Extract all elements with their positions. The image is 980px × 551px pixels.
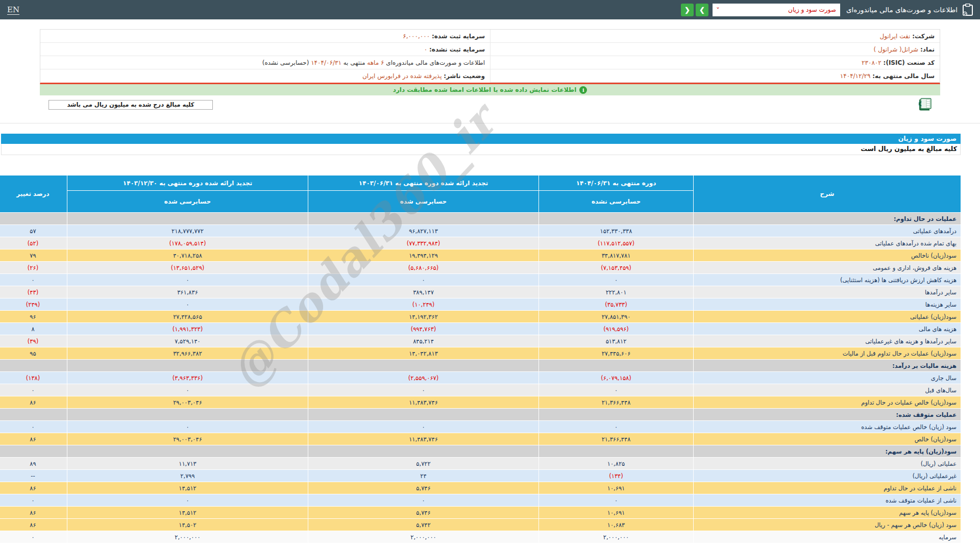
section-row: سود(زیان) پایه هر سهم: — [1, 445, 961, 457]
value-restated-period-1: ۹۶,۸۲۷,۱۱۳ — [308, 225, 538, 237]
table-body: عملیات در حال تداوم:درآمدهای عملیاتی۱۵۲,… — [1, 213, 961, 543]
header-audit-state-2: حسابرسی شده — [308, 191, 538, 212]
clipboard-report-icon — [963, 4, 973, 16]
statement-title-bar: صورت سود و زیان — [1, 134, 961, 144]
table-row: سال جاری(۶,۰۷۹,۱۵۸)(۲,۵۵۹,۰۶۷)(۳,۹۶۳,۳۳۶… — [1, 372, 961, 384]
row-label: درآمدهای عملیاتی — [694, 225, 961, 237]
value-current-period: (۹۱۹,۵۹۶) — [539, 323, 693, 335]
period-audit-state: (حسابرسی نشده) — [262, 59, 309, 66]
value-change-percent — [0, 409, 67, 420]
header-period-current: دوره منتهی به ۱۴۰۴/۰۶/۳۱ — [539, 176, 693, 190]
company-name-value: نفت ایرانول — [880, 33, 911, 40]
unregistered-capital-row: سرمایه ثبت نشده: ۰ — [40, 43, 490, 56]
row-label: سایر درآمدها — [694, 286, 961, 298]
value-change-percent: ۰ — [0, 384, 67, 396]
row-label: سایر هزینه‌ها — [694, 298, 961, 310]
value-change-percent: ۵۷ — [0, 225, 67, 237]
row-label: عملیاتی (ریال) — [694, 458, 961, 469]
row-label: سود (زیان) خالص هر سهم - ریال — [694, 519, 961, 531]
value-restated-period-1: ۱۴,۱۹۲,۳۶۲ — [308, 311, 538, 322]
value-restated-period-2: ۰ — [67, 494, 308, 506]
value-restated-period-2: ۲,۷۹۹ — [67, 470, 308, 482]
header-audit-state-3: حسابرسی شده — [67, 191, 308, 212]
value-change-percent: ۷۹ — [0, 249, 67, 261]
registered-capital-value: ۶,۰۰۰,۰۰۰ — [403, 33, 430, 40]
issuer-status-label: وضعیت ناشر: — [444, 72, 485, 80]
value-restated-period-1: (۹۹۴,۷۶۳) — [308, 323, 538, 335]
value-restated-period-1: ۰ — [308, 421, 538, 433]
table-row: سایر هزینه‌ها(۳۵,۷۳۳)(۱۰,۲۴۹)۰(۲۴۹) — [1, 298, 961, 310]
excel-export-icon[interactable]: X — [919, 98, 932, 111]
row-label: غیرعملیاتی (ریال) — [694, 470, 961, 482]
value-restated-period-1: ۰ — [308, 494, 538, 506]
table-row: غیرعملیاتی (ریال)(۱۳۴)۲۴۲,۷۹۹-- — [1, 470, 961, 482]
value-change-percent — [0, 445, 67, 457]
value-restated-period-1: ۵,۷۴۶ — [308, 507, 538, 518]
table-row: درآمدهای عملیاتی۱۵۲,۳۳۰,۳۳۸۹۶,۸۲۷,۱۱۳۲۱۸… — [1, 225, 961, 237]
value-current-period: (۱۳۴) — [539, 470, 693, 482]
row-label: ناشی از عملیات در حال تداوم — [694, 482, 961, 494]
value-restated-period-2: (۱,۹۹۱,۳۲۳) — [67, 323, 308, 335]
value-restated-period-2: ۲۷,۴۲۸,۵۶۵ — [67, 311, 308, 322]
value-restated-period-2: ۱۱,۷۱۳ — [67, 458, 308, 469]
value-current-period — [539, 445, 693, 457]
row-label: سود(زیان) خالص — [694, 433, 961, 445]
previous-statement-button[interactable]: ❮ — [681, 4, 694, 16]
value-change-percent: ۸ — [0, 323, 67, 335]
value-restated-period-1: (۱۰,۲۴۹) — [308, 298, 538, 310]
value-change-percent: (۳۹) — [0, 335, 67, 347]
table-row: ناشی از عملیات در حال تداوم۱۰,۶۹۱۵,۷۴۶۱۴… — [1, 482, 961, 494]
statement-type-select[interactable]: صورت سود و زیان ˅ — [713, 4, 840, 16]
value-current-period: ۰ — [539, 384, 693, 396]
value-change-percent — [0, 213, 67, 224]
value-change-percent: (۲۶) — [0, 262, 67, 273]
value-change-percent: ۸۶ — [0, 519, 67, 531]
row-label: هزینه های فروش، اداری و عمومی — [694, 262, 961, 273]
symbol-label: نماد: — [920, 46, 935, 53]
table-row: سود (زیان) خالص هر سهم - ریال۱۰,۶۸۳۵,۷۴۲… — [1, 519, 961, 531]
value-restated-period-1: ۲۴ — [308, 470, 538, 482]
value-current-period: (۶,۰۷۹,۱۵۸) — [539, 372, 693, 384]
value-current-period: ۱۵۲,۳۳۰,۳۳۸ — [539, 225, 693, 237]
issuer-status-row: وضعیت ناشر: پذیرفته شده در فرابورس ایران — [40, 69, 490, 83]
row-label: عملیات متوقف شده: — [694, 409, 961, 420]
value-current-period: ۲۷,۸۵۱,۳۹۰ — [539, 311, 693, 322]
value-restated-period-1 — [308, 213, 538, 224]
company-name-row: شرکت: نفت ایرانول — [490, 30, 940, 43]
row-label: سود(زیان) عملیات در حال تداوم قبل از مال… — [694, 347, 961, 359]
english-language-link[interactable]: EN — [7, 5, 19, 14]
value-current-period: ۱۰,۸۲۵ — [539, 458, 693, 469]
value-restated-period-2: ۱۴,۵۱۲ — [67, 507, 308, 518]
signed-info-notice-text: اطلاعات نمایش داده شده با اطلاعات امضا ش… — [393, 86, 577, 93]
value-current-period — [539, 360, 693, 371]
fiscal-year-row: سال مالی منتهی به: ۱۴۰۴/۱۲/۲۹ — [490, 69, 940, 83]
row-label: سود(زیان) پایه هر سهم — [694, 507, 961, 518]
isic-value: ۲۳۰۸۰۲ — [862, 59, 881, 66]
report-period-row: اطلاعات و صورت‌های مالی میاندوره‌ای ۶ ما… — [40, 56, 490, 69]
value-change-percent: ۸۶ — [0, 482, 67, 494]
value-restated-period-2 — [67, 409, 308, 420]
next-statement-button[interactable]: ❯ — [696, 4, 708, 16]
value-restated-period-1: ۸۴۵,۲۱۴ — [308, 335, 538, 347]
value-restated-period-2 — [67, 360, 308, 371]
section-row: هزینه مالیات بر درآمد: — [1, 360, 961, 371]
header-period-restated-2: تجدید ارائه شده دوره منتهی به ۱۴۰۳/۱۲/۳۰ — [67, 176, 308, 190]
section-row: عملیات در حال تداوم: — [1, 213, 961, 224]
row-label: سال جاری — [694, 372, 961, 384]
value-restated-period-1: ۱۱,۴۸۳,۷۴۶ — [308, 396, 538, 408]
value-restated-period-2: ۲,۰۰۰,۰۰۰ — [67, 531, 308, 543]
value-restated-period-1: ۱۹,۴۹۴,۱۲۹ — [308, 249, 538, 261]
table-row: سود (زیان) خالص عملیات متوقف شده۰۰۰۰ — [1, 421, 961, 433]
value-restated-period-2: ۰ — [67, 298, 308, 310]
unregistered-capital-value: ۰ — [424, 46, 427, 53]
signed-info-notice: i اطلاعات نمایش داده شده با اطلاعات امضا… — [40, 84, 940, 95]
value-current-period: ۵۱۳,۸۱۲ — [539, 335, 693, 347]
value-restated-period-1: ۲,۰۰۰,۰۰۰ — [308, 531, 538, 543]
table-row: سود(زیان) ناخالص۳۴,۸۱۷,۷۸۱۱۹,۴۹۴,۱۲۹۴۰,۷… — [1, 249, 961, 261]
header-audit-state-1: حسابرسی نشده — [539, 191, 693, 212]
value-restated-period-2: ۲۹,۰۰۳,۰۴۶ — [67, 396, 308, 408]
row-label: هزینه های مالی — [694, 323, 961, 335]
value-restated-period-1 — [308, 445, 538, 457]
value-current-period: ۰ — [539, 274, 693, 286]
value-change-percent: (۴۳) — [0, 286, 67, 298]
